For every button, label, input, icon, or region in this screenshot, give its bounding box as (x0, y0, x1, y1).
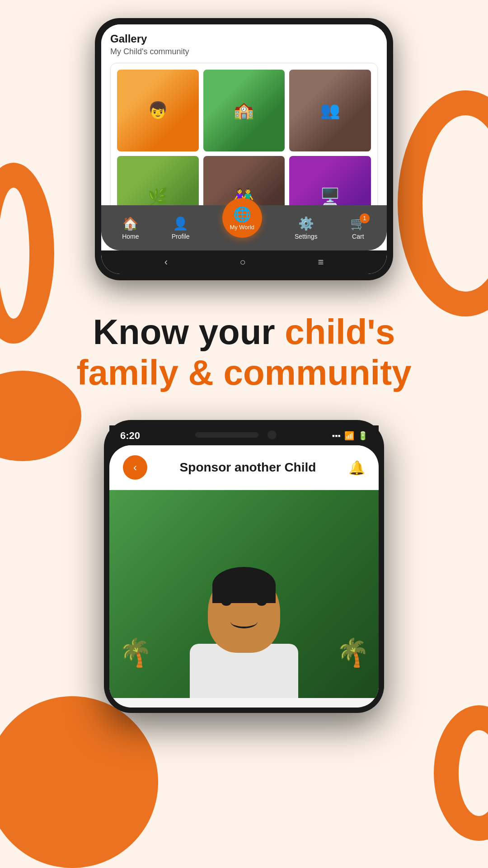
settings-label: Settings (295, 233, 318, 240)
status-time: 6:20 (120, 430, 140, 442)
gallery-image-4[interactable]: 🌿 (117, 156, 199, 205)
notch-area (195, 430, 277, 439)
notch-pill (195, 432, 258, 438)
nav-my-world[interactable]: 🌐 My World (222, 198, 262, 238)
bell-icon[interactable]: 🔔 (348, 460, 365, 476)
bottom-nav: 🏠 Home 👤 Profile 🌐 My World ⚙️ Settings (101, 205, 387, 250)
home-icon: 🏠 (122, 216, 138, 231)
nav-profile[interactable]: 👤 Profile (172, 216, 190, 240)
phone2-status-bar: 6:20 ▪▪▪ 📶 🔋 (109, 425, 379, 445)
tagline-text: Know your child's family & community (36, 312, 452, 393)
back-button[interactable]: ‹ (164, 256, 168, 268)
decoration-bottom-left (0, 696, 158, 868)
child-smile (230, 615, 258, 628)
tagline-line1-normal: Know your (93, 312, 285, 352)
android-nav-bar: ‹ ○ ≡ (101, 250, 387, 274)
nav-home[interactable]: 🏠 Home (122, 216, 139, 240)
child-head (208, 571, 280, 653)
profile-icon: 👤 (173, 216, 188, 231)
child-eyes (221, 599, 267, 606)
wifi-icon: ▪▪▪ (332, 431, 341, 441)
child-photo: 🌴 🌴 (109, 490, 379, 698)
phone1-device: Gallery My Child's community 👦 🏫 👥 (95, 18, 393, 280)
gallery-section: Gallery My Child's community 👦 🏫 👥 (101, 24, 387, 205)
child-eye-left (221, 599, 231, 606)
phone2-screen: ‹ Sponsor another Child 🔔 🌴 🌴 (109, 445, 379, 708)
nav-settings[interactable]: ⚙️ Settings (295, 216, 318, 240)
battery-icon: 🔋 (358, 431, 368, 441)
back-button[interactable]: ‹ (123, 455, 147, 480)
gallery-subtitle: My Child's community (110, 47, 378, 57)
home-label: Home (122, 233, 139, 240)
phone1-wrapper: Gallery My Child's community 👦 🏫 👥 (0, 0, 488, 280)
gallery-image-2[interactable]: 🏫 (203, 70, 285, 151)
screen2-title: Sponsor another Child (180, 460, 316, 475)
recents-button[interactable]: ≡ (318, 256, 324, 268)
screen2-header: ‹ Sponsor another Child 🔔 (109, 445, 379, 490)
gallery-image-2-content: 🏫 (203, 70, 285, 151)
my-world-label: My World (230, 224, 254, 231)
notch-camera (267, 430, 277, 439)
gallery-image-1-content: 👦 (117, 70, 199, 151)
tagline-section: Know your child's family & community (0, 280, 488, 420)
gallery-grid: 👦 🏫 👥 🌿 👫 (117, 70, 371, 205)
back-icon: ‹ (133, 461, 137, 474)
child-face-features (221, 599, 267, 628)
child-silhouette (109, 571, 379, 698)
tagline-line2-highlight: family & community (76, 353, 411, 392)
gallery-image-3-content: 👥 (289, 70, 371, 151)
my-world-icon: 🌐 (233, 206, 251, 223)
gallery-title: Gallery (110, 33, 378, 45)
gallery-image-6[interactable]: 🖥️ (289, 156, 371, 205)
phone2-wrapper: 6:20 ▪▪▪ 📶 🔋 ‹ Sponsor another Child 🔔 (0, 420, 488, 713)
home-button[interactable]: ○ (240, 256, 246, 268)
gallery-image-6-content: 🖥️ (289, 156, 371, 205)
tagline-line1-highlight: child's (285, 312, 395, 352)
cart-label: Cart (352, 233, 364, 240)
status-icons: ▪▪▪ 📶 🔋 (332, 431, 368, 441)
decoration-bottom-right (434, 705, 488, 841)
wifi-signal-icon: 📶 (344, 431, 354, 441)
child-eye-right (257, 599, 267, 606)
child-photo-container: 🌴 🌴 (109, 490, 379, 698)
settings-icon: ⚙️ (298, 216, 314, 231)
cart-badge-container: 🛒 1 (350, 216, 366, 231)
child-hair (212, 567, 276, 603)
cart-badge-count: 1 (360, 213, 370, 223)
gallery-image-1[interactable]: 👦 (117, 70, 199, 151)
gallery-image-4-content: 🌿 (117, 156, 199, 205)
gallery-image-3[interactable]: 👥 (289, 70, 371, 151)
phone2-device: 6:20 ▪▪▪ 📶 🔋 ‹ Sponsor another Child 🔔 (104, 420, 384, 713)
nav-cart[interactable]: 🛒 1 Cart (350, 216, 366, 240)
phone1-screen: Gallery My Child's community 👦 🏫 👥 (101, 24, 387, 274)
gallery-card: 👦 🏫 👥 🌿 👫 (110, 63, 378, 205)
profile-label: Profile (172, 233, 190, 240)
